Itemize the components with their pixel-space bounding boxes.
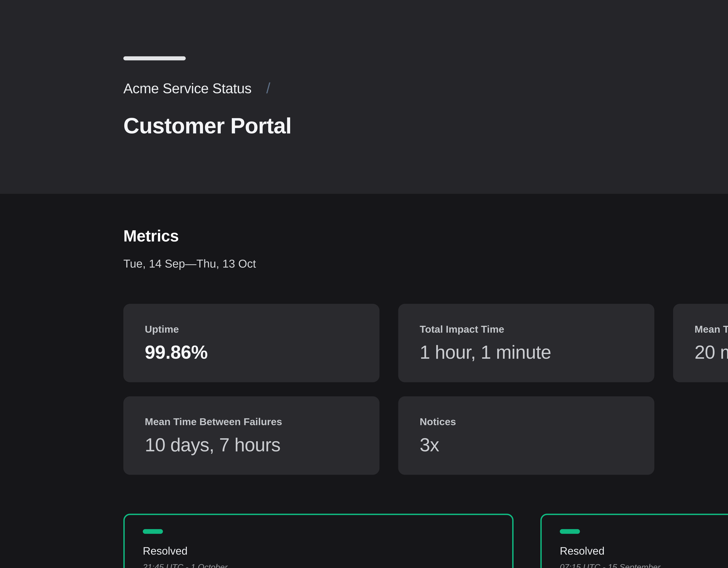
metric-label: Uptime <box>145 323 358 335</box>
metric-label: Mean Time Between Failures <box>145 416 358 428</box>
notice-status: Resolved <box>560 545 728 558</box>
metric-label: Total Impact Time <box>420 323 633 335</box>
metrics-heading: Metrics <box>123 226 179 246</box>
notices-grid: Resolved 21:45 UTC - 1 October Resolved … <box>123 514 728 568</box>
metric-card-notices: Notices 3x <box>398 396 654 475</box>
metric-value: 1 hour, 1 minute <box>420 341 633 364</box>
notice-card[interactable]: Resolved 07:15 UTC - 15 September <box>540 514 728 568</box>
notice-card[interactable]: Resolved 21:45 UTC - 1 October <box>123 514 514 568</box>
metric-card-mean-time-to-recovery: Mean Time to Recovery 20 minutes <box>673 304 728 382</box>
notice-status: Resolved <box>143 545 493 558</box>
brand-link[interactable]: Acme Service Status <box>123 80 251 97</box>
metric-value: 3x <box>420 434 633 457</box>
brand-accent-bar <box>123 56 186 60</box>
breadcrumb: Acme Service Status / <box>123 80 270 97</box>
page-header: Acme Service Status / Customer Portal <box>0 0 728 194</box>
notice-timestamp: 21:45 UTC - 1 October <box>143 562 493 568</box>
breadcrumb-separator: / <box>266 80 270 97</box>
metric-value: 99.86% <box>145 341 358 364</box>
metric-card-mean-time-between-failures: Mean Time Between Failures 10 days, 7 ho… <box>123 396 379 475</box>
metric-card-uptime: Uptime 99.86% <box>123 304 379 382</box>
metric-card-total-impact-time: Total Impact Time 1 hour, 1 minute <box>398 304 654 382</box>
status-indicator-pill <box>560 529 580 534</box>
metric-label: Mean Time to Recovery <box>695 323 728 335</box>
metric-cards-grid: Uptime 99.86% Total Impact Time 1 hour, … <box>123 304 728 475</box>
status-indicator-pill <box>143 529 163 534</box>
page-title: Customer Portal <box>123 113 291 140</box>
metric-label: Notices <box>420 416 633 428</box>
notice-timestamp: 07:15 UTC - 15 September <box>560 562 728 568</box>
metric-value: 10 days, 7 hours <box>145 434 358 457</box>
page: Acme Service Status / Customer Portal Me… <box>0 0 728 568</box>
metric-value: 20 minutes <box>695 341 728 364</box>
date-range-label: Tue, 14 Sep—Thu, 13 Oct <box>123 257 256 272</box>
